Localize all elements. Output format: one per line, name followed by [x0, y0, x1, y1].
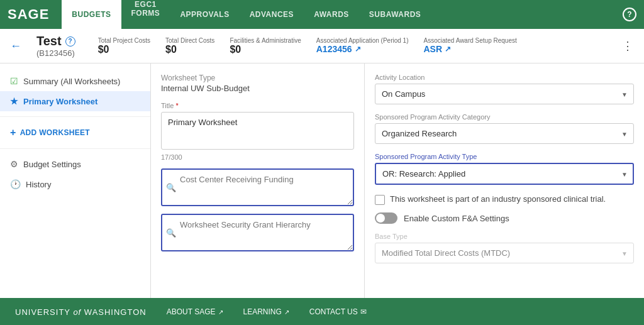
project-help-icon[interactable]: ? — [65, 36, 75, 47]
total-project-costs: Total Project Costs $0 — [98, 37, 150, 55]
base-type-select[interactable]: Modified Total Direct Costs (MTDC) — [375, 243, 634, 263]
associated-application: Associated Application (Period 1) A12345… — [316, 37, 409, 55]
star-icon: ★ — [10, 96, 18, 106]
cost-center-input[interactable] — [161, 168, 354, 206]
associated-award: Associated Award Setup Request ASR ↗ — [424, 37, 517, 55]
application-ext-link-icon: ↗ — [355, 45, 361, 53]
award-ext-link-icon: ↗ — [445, 45, 451, 53]
activity-location-label: Activity Location — [375, 74, 634, 81]
total-direct-costs: Total Direct Costs $0 — [165, 37, 214, 55]
nav-tab-egc1forms[interactable]: eGC1 FORMS — [121, 0, 170, 29]
activity-type-select-wrapper: OR: Research: Applied OR: Research: Basi… — [375, 163, 634, 185]
cost-center-search-icon: 🔍 — [166, 183, 176, 192]
activity-location-select-wrapper: On Campus Off Campus — [375, 84, 634, 104]
security-input[interactable] — [161, 214, 354, 251]
sidebar-item-budget-settings[interactable]: ⚙ Budget Settings — [0, 154, 150, 174]
sub-header: ← Test ? (B123456) Total Project Costs $… — [0, 29, 644, 63]
footer: UNIVERSITY of WASHINGTON ABOUT SAGE ↗ LE… — [0, 298, 644, 325]
gear-icon: ⚙ — [10, 159, 18, 169]
learning-ext-icon: ↗ — [284, 309, 289, 316]
custom-fa-label: Enable Custom F&A Settings — [404, 214, 509, 223]
sponsored-program-group: Sponsored Program Activity Category Orga… — [375, 113, 634, 144]
sidebar-item-history[interactable]: 🕐 History — [0, 174, 150, 194]
clinical-trial-checkbox[interactable] — [375, 195, 385, 205]
activity-type-group: Sponsored Program Activity Type OR: Rese… — [375, 153, 634, 185]
sidebar-divider — [0, 116, 150, 117]
application-id[interactable]: A123456 — [316, 44, 352, 54]
nav-tab-advances[interactable]: ADVANCES — [240, 0, 304, 29]
activity-type-label: Sponsored Program Activity Type — [375, 153, 634, 160]
worksheet-type-label: Worksheet Type — [161, 74, 354, 82]
char-count: 17/300 — [161, 153, 354, 161]
sidebar-divider-2 — [0, 148, 150, 149]
sidebar: ☑ Summary (All Worksheets) ★ Primary Wor… — [0, 63, 151, 298]
nav-tabs: BUDGETS eGC1 FORMS APPROVALS ADVANCES AW… — [62, 0, 431, 29]
title-input[interactable]: Primary Worksheet — [161, 112, 354, 150]
worksheet-type-value: Internal UW Sub-Budget — [161, 84, 354, 93]
left-panel: Worksheet Type Internal UW Sub-Budget Ti… — [151, 63, 365, 298]
custom-fa-toggle-row: Enable Custom F&A Settings — [375, 212, 634, 224]
about-sage-link[interactable]: ABOUT SAGE ↗ — [167, 307, 223, 316]
required-indicator: * — [175, 102, 178, 109]
activity-type-select[interactable]: OR: Research: Applied OR: Research: Basi… — [375, 163, 634, 185]
clinical-trial-checkbox-row: This worksheet is part of an industry sp… — [375, 194, 634, 205]
project-info: Test ? (B123456) — [36, 34, 75, 58]
contact-us-mail-icon: ✉ — [360, 307, 367, 316]
sidebar-item-primary-worksheet[interactable]: ★ Primary Worksheet — [0, 91, 150, 111]
facilities-admin: Facilities & Administrative $0 — [230, 37, 301, 55]
back-button[interactable]: ← — [10, 40, 21, 53]
sponsored-program-label: Sponsored Program Activity Category — [375, 113, 634, 121]
award-id[interactable]: ASR — [424, 44, 443, 54]
title-field-label: Title * — [161, 102, 354, 109]
activity-location-select[interactable]: On Campus Off Campus — [375, 84, 634, 104]
nav-tab-awards[interactable]: AWARDS — [304, 0, 359, 29]
plus-icon: + — [10, 127, 16, 138]
cost-items: Total Project Costs $0 Total Direct Cost… — [98, 37, 607, 55]
main-layout: ☑ Summary (All Worksheets) ★ Primary Wor… — [0, 63, 644, 298]
security-wrapper: 🔍 — [161, 214, 354, 251]
cost-center-wrapper: 🔍 — [161, 168, 354, 206]
sage-logo: SAGE — [8, 6, 49, 23]
right-panel: Activity Location On Campus Off Campus S… — [365, 63, 644, 298]
security-search-icon: 🔍 — [166, 228, 176, 238]
custom-fa-toggle[interactable] — [375, 212, 397, 224]
activity-location-group: Activity Location On Campus Off Campus — [375, 74, 634, 104]
clinical-trial-label: This worksheet is part of an industry sp… — [390, 194, 606, 205]
more-options-button[interactable]: ⋮ — [622, 39, 634, 53]
sponsored-program-select-wrapper: Organized Research Instruction Other Spo… — [375, 123, 634, 144]
help-icon[interactable]: ? — [623, 8, 636, 21]
university-of-washington-logo: UNIVERSITY of WASHINGTON — [15, 307, 147, 317]
nav-tab-subawards[interactable]: SUBAWARDS — [359, 0, 431, 29]
nav-tab-budgets[interactable]: BUDGETS — [62, 0, 121, 29]
project-title: Test ? — [36, 34, 75, 48]
base-type-group: Base Type Modified Total Direct Costs (M… — [375, 233, 634, 263]
sidebar-item-summary[interactable]: ☑ Summary (All Worksheets) — [0, 71, 150, 91]
about-sage-ext-icon: ↗ — [218, 309, 223, 316]
top-nav: SAGE BUDGETS eGC1 FORMS APPROVALS ADVANC… — [0, 0, 644, 29]
content-area: Worksheet Type Internal UW Sub-Budget Ti… — [151, 63, 644, 298]
base-type-label: Base Type — [375, 233, 634, 240]
sponsored-program-select[interactable]: Organized Research Instruction Other Spo… — [375, 123, 634, 144]
check-icon: ☑ — [10, 76, 18, 86]
clock-icon: 🕐 — [10, 179, 21, 189]
contact-us-link[interactable]: CONTACT US ✉ — [309, 307, 367, 316]
add-worksheet-button[interactable]: + ADD WORKSHEET — [0, 122, 150, 143]
learning-link[interactable]: LEARNING ↗ — [243, 307, 289, 316]
nav-tab-approvals[interactable]: APPROVALS — [170, 0, 239, 29]
project-id: (B123456) — [36, 48, 75, 58]
base-type-select-wrapper: Modified Total Direct Costs (MTDC) — [375, 243, 634, 263]
